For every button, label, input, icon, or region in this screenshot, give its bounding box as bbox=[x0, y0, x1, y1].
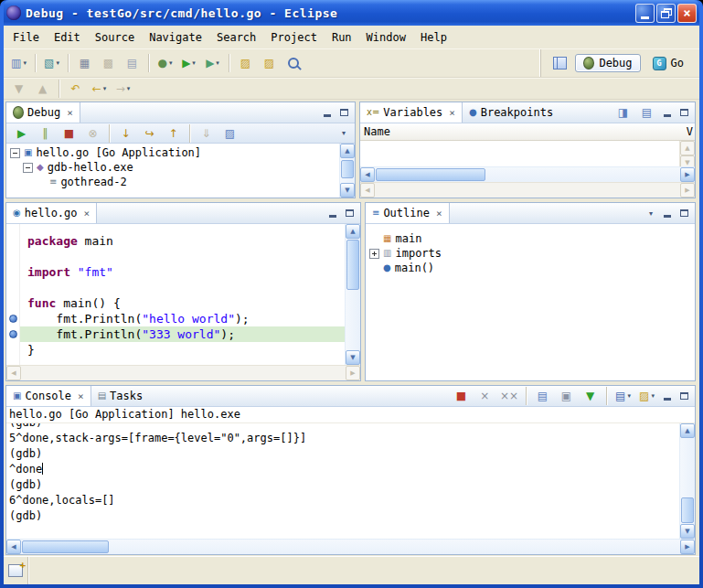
scrollbar-thumb[interactable] bbox=[346, 240, 359, 290]
minimize-view-icon[interactable] bbox=[660, 390, 675, 402]
menu-edit[interactable]: Edit bbox=[47, 28, 88, 47]
editor-horizontal-scrollbar[interactable]: ◀ ▶ bbox=[6, 365, 360, 380]
scrollbar-track[interactable] bbox=[340, 158, 355, 183]
code-line[interactable]: fmt.Println("hello world"); bbox=[20, 311, 345, 326]
code-line[interactable]: fmt.Println("333 world"); bbox=[20, 326, 345, 342]
variables-column-header[interactable]: Name V bbox=[360, 123, 695, 141]
step-return-icon[interactable]: ↑ bbox=[162, 123, 185, 144]
new-go-element-icon[interactable]: ▧▾ bbox=[40, 53, 63, 74]
open-perspective-icon[interactable] bbox=[549, 53, 571, 74]
column-name[interactable]: Name bbox=[364, 125, 390, 138]
scroll-up-icon[interactable]: ▲ bbox=[340, 144, 355, 158]
menu-file[interactable]: File bbox=[5, 28, 47, 47]
open-resource-icon[interactable]: ▨ bbox=[258, 53, 281, 74]
scroll-up-icon[interactable]: ▲ bbox=[680, 423, 695, 438]
editor-vertical-scrollbar[interactable]: ▲ ▼ bbox=[345, 224, 360, 365]
tree-node[interactable]: ◆gdb-hello.exe bbox=[6, 160, 339, 175]
console-vertical-scrollbar[interactable]: ▲ ▼ bbox=[679, 423, 695, 539]
breakpoint-marker[interactable] bbox=[9, 315, 17, 323]
debug-vertical-scrollbar[interactable]: ▲ ▼ bbox=[339, 144, 355, 198]
resume-icon[interactable]: ▶ bbox=[10, 123, 33, 144]
instruction-pointer-marker[interactable] bbox=[9, 330, 17, 338]
scroll-down-icon[interactable]: ▼ bbox=[346, 350, 360, 365]
code-line[interactable]: } bbox=[20, 342, 345, 358]
tree-expander-icon[interactable] bbox=[10, 148, 20, 158]
scrollbar-thumb[interactable] bbox=[376, 168, 485, 181]
scroll-lock-icon[interactable]: ▣ bbox=[555, 386, 578, 407]
code-line[interactable] bbox=[20, 280, 345, 295]
tree-expander-icon[interactable] bbox=[23, 163, 33, 173]
open-console-icon[interactable]: ▨▾ bbox=[635, 386, 658, 407]
scroll-down-icon[interactable]: ▼ bbox=[680, 524, 695, 539]
code-line[interactable] bbox=[20, 249, 345, 264]
remove-launch-icon[interactable]: × bbox=[474, 386, 496, 407]
scroll-up-icon[interactable]: ▲ bbox=[346, 224, 360, 239]
view-menu-icon[interactable]: ▾ bbox=[644, 207, 658, 219]
tree-node[interactable]: ▦main bbox=[366, 231, 695, 246]
tab-console[interactable]: ▣Console× bbox=[6, 386, 91, 406]
terminate-console-icon[interactable]: ■ bbox=[450, 386, 473, 407]
clear-console-icon[interactable]: ▤ bbox=[531, 386, 554, 407]
show-type-names-icon[interactable]: ◨ bbox=[612, 102, 634, 123]
tab-outline[interactable]: ≡ Outline × bbox=[366, 203, 450, 223]
tab-variables[interactable]: x=Variables× bbox=[360, 102, 463, 123]
code-area[interactable]: package main import "fmt" func main() { … bbox=[20, 224, 345, 365]
tab-hello-go[interactable]: ◉ hello.go × bbox=[6, 203, 97, 223]
restore-button[interactable] bbox=[656, 4, 676, 23]
scrollbar-track[interactable] bbox=[680, 438, 695, 524]
menu-project[interactable]: Project bbox=[263, 28, 325, 47]
minimize-button[interactable] bbox=[635, 4, 655, 23]
fast-view-icon[interactable] bbox=[8, 564, 23, 577]
scroll-left-icon[interactable]: ◀ bbox=[360, 167, 375, 182]
use-step-filters-icon[interactable]: ▨ bbox=[218, 123, 241, 144]
console-horizontal-scrollbar[interactable]: ◀ ▶ bbox=[6, 539, 695, 554]
close-tab-icon[interactable]: × bbox=[449, 107, 455, 119]
scrollbar-track[interactable] bbox=[21, 540, 680, 554]
editor-ruler[interactable] bbox=[6, 224, 20, 365]
menu-run[interactable]: Run bbox=[325, 28, 359, 47]
tree-node[interactable]: ▥imports bbox=[366, 246, 695, 261]
tab-breakpoints[interactable]: ●Breakpoints bbox=[463, 102, 559, 123]
code-line[interactable]: package main bbox=[20, 233, 345, 249]
remove-all-terminated-icon[interactable]: ×× bbox=[497, 386, 521, 407]
scrollbar-thumb[interactable] bbox=[341, 160, 354, 178]
tab-debug[interactable]: Debug × bbox=[6, 102, 80, 123]
new-wizard-icon[interactable]: ▥▾ bbox=[7, 53, 30, 74]
last-edit-location-icon[interactable]: ↶ bbox=[64, 79, 87, 100]
scrollbar-track[interactable] bbox=[346, 239, 360, 350]
view-menu-icon[interactable]: ▾ bbox=[336, 127, 351, 140]
variables-horizontal-scrollbar[interactable]: ◀ ▶ bbox=[360, 166, 695, 182]
external-tools-icon[interactable]: ▶▾ bbox=[201, 53, 224, 74]
maximize-view-icon[interactable] bbox=[676, 106, 691, 119]
minimize-view-icon[interactable] bbox=[660, 106, 675, 119]
scroll-down-icon[interactable]: ▼ bbox=[340, 183, 355, 198]
minimize-view-icon[interactable] bbox=[325, 207, 340, 219]
minimize-view-icon[interactable] bbox=[320, 106, 335, 119]
code-line[interactable]: func main() { bbox=[20, 295, 345, 311]
maximize-view-icon[interactable] bbox=[676, 207, 691, 219]
maximize-view-icon[interactable] bbox=[342, 207, 357, 219]
perspective-debug-button[interactable]: Debug bbox=[575, 54, 640, 72]
close-tab-icon[interactable]: × bbox=[78, 390, 84, 402]
column-value[interactable]: V bbox=[687, 125, 693, 138]
scroll-left-icon[interactable]: ◀ bbox=[6, 540, 21, 554]
scrollbar-track[interactable] bbox=[375, 167, 680, 182]
scrollbar-thumb[interactable] bbox=[681, 497, 694, 523]
collapse-all-icon[interactable]: ▤ bbox=[635, 102, 658, 123]
pin-console-icon[interactable]: ▼ bbox=[579, 386, 602, 407]
maximize-view-icon[interactable] bbox=[676, 390, 691, 402]
tab-tasks[interactable]: ▤Tasks bbox=[91, 386, 150, 406]
save-icon[interactable]: ▦ bbox=[73, 53, 96, 74]
terminate-icon[interactable]: ■ bbox=[58, 123, 80, 144]
tree-node[interactable]: ▣hello.go [Go Application] bbox=[6, 145, 339, 160]
scroll-right-icon[interactable]: ▶ bbox=[680, 167, 695, 182]
scroll-right-icon[interactable]: ▶ bbox=[680, 540, 695, 554]
menu-window[interactable]: Window bbox=[359, 28, 413, 47]
search-icon[interactable] bbox=[282, 53, 304, 74]
minimize-view-icon[interactable] bbox=[660, 207, 675, 219]
tree-node[interactable]: ●main() bbox=[366, 261, 695, 275]
close-tab-icon[interactable]: × bbox=[67, 107, 73, 119]
menu-source[interactable]: Source bbox=[88, 28, 142, 47]
scrollbar-thumb[interactable] bbox=[22, 540, 109, 553]
perspective-go-button[interactable]: Go bbox=[644, 54, 692, 73]
